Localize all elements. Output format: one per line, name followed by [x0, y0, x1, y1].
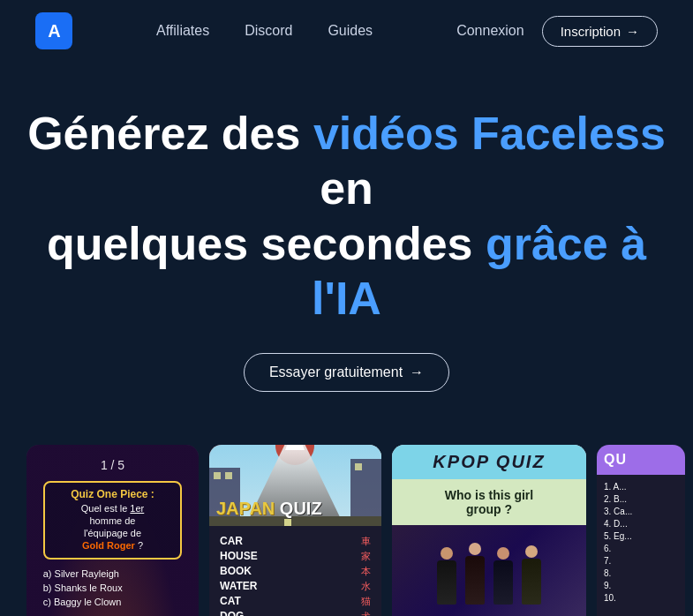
kpop-figure-2	[463, 543, 487, 605]
card1-question-text: Quel est le 1erhomme del'équipage deGold…	[54, 502, 172, 552]
card4-item-5: 5. Eg...	[604, 531, 678, 541]
card1-answer-b: b) Shanks le Roux	[43, 582, 183, 593]
svg-rect-17	[355, 463, 362, 470]
card1-answers: a) Silver Rayleigh b) Shanks le Roux c) …	[43, 568, 183, 611]
try-button-arrow: →	[410, 364, 424, 380]
card-one-piece: 1 / 5 Quiz One Piece : Quel est le 1erho…	[26, 445, 199, 616]
card2-word-book: BOOK 本	[220, 565, 371, 578]
kpop-figure-3	[491, 547, 516, 605]
svg-rect-11	[284, 519, 291, 526]
try-button-label: Essayer gratuitement	[269, 364, 403, 380]
video-cards-row: 1 / 5 Quiz One Piece : Quel est le 1erho…	[0, 445, 693, 616]
nav-discord[interactable]: Discord	[245, 23, 292, 39]
inscription-button[interactable]: Inscription →	[542, 16, 658, 47]
card3-title: KPOP QUIZ	[401, 452, 577, 472]
card1-quiz-label: Quiz One Piece :	[54, 488, 172, 500]
hero-section: Générez des vidéos Faceless en quelques …	[0, 62, 693, 427]
kpop-figure-1	[434, 547, 459, 605]
card2-word-car: CAR 車	[220, 535, 371, 548]
hero-title-part1: Générez des	[27, 108, 313, 159]
card4-header-text: QU	[604, 452, 627, 467]
nav-actions: Connexion Inscription →	[456, 16, 658, 47]
card4-header: QU	[597, 445, 685, 475]
card2-words: CAR 車 HOUSE 家 BOOK 本 WATER 水 CAT 猫 DOG 犬	[209, 526, 381, 616]
card4-item-4: 4. D...	[604, 519, 678, 529]
card2-word-cat: CAT 猫	[220, 595, 371, 608]
kpop-figure-4	[519, 545, 544, 605]
navbar: A Affiliates Discord Guides Connexion In…	[0, 0, 693, 62]
card4-list: 1. A... 2. B... 3. Ca... 4. D... 5. Eg..…	[597, 475, 685, 612]
connexion-button[interactable]: Connexion	[456, 23, 524, 39]
card4-item-6: 6.	[604, 544, 678, 553]
card4-item-7: 7.	[604, 556, 678, 566]
card2-word-dog: DOG 犬	[220, 610, 371, 616]
card4-item-8: 8.	[604, 568, 678, 578]
kpop-silhouettes	[427, 536, 551, 612]
svg-rect-15	[225, 472, 232, 479]
svg-rect-14	[214, 472, 221, 479]
svg-marker-9	[285, 445, 305, 450]
hero-title-part2: vidéos Faceless	[313, 108, 666, 159]
hero-title: Générez des vidéos Faceless en quelques …	[18, 106, 675, 327]
hero-title-line2-part1: quelques secondes	[47, 218, 486, 269]
card2-word-water: WATER 水	[220, 580, 371, 593]
card2-image: JAPAN QUIZ	[209, 445, 381, 526]
card-japan-quiz: JAPAN QUIZ CAR 車 HOUSE 家 BOOK 本 WATER 水 …	[209, 445, 381, 616]
nav-affiliates[interactable]: Affiliates	[156, 23, 209, 39]
card4-item-2: 2. B...	[604, 494, 678, 504]
card2-quiz-text: QUIZ	[275, 499, 321, 518]
card3-question: Who is this girlgroup ?	[392, 479, 586, 525]
logo[interactable]: A	[35, 12, 72, 49]
card4-item-10: 10.	[604, 593, 678, 603]
card1-counter: 1 / 5	[101, 458, 124, 472]
card1-question-box: Quiz One Piece : Quel est le 1erhomme de…	[43, 481, 183, 560]
card3-image	[392, 525, 586, 616]
card2-japan-text: JAPAN	[216, 499, 275, 518]
card-kpop-quiz: KPOP QUIZ Who is this girlgroup ?	[392, 445, 586, 616]
card4-item-3: 3. Ca...	[604, 507, 678, 516]
nav-links: Affiliates Discord Guides	[156, 23, 373, 39]
card4-item-1: 1. A...	[604, 482, 678, 492]
card4-item-9: 9.	[604, 581, 678, 590]
card2-japan-label: JAPAN QUIZ	[216, 499, 322, 519]
nav-guides[interactable]: Guides	[328, 23, 373, 39]
card1-answer-c: c) Baggy le Clown	[43, 597, 183, 607]
card1-answer-a: a) Silver Rayleigh	[43, 568, 183, 579]
card-partial: QU 1. A... 2. B... 3. Ca... 4. D... 5. E…	[597, 445, 685, 616]
hero-title-part3: en	[320, 162, 373, 214]
card3-header: KPOP QUIZ	[392, 445, 586, 479]
try-button[interactable]: Essayer gratuitement →	[244, 353, 449, 392]
card2-word-house: HOUSE 家	[220, 550, 371, 563]
